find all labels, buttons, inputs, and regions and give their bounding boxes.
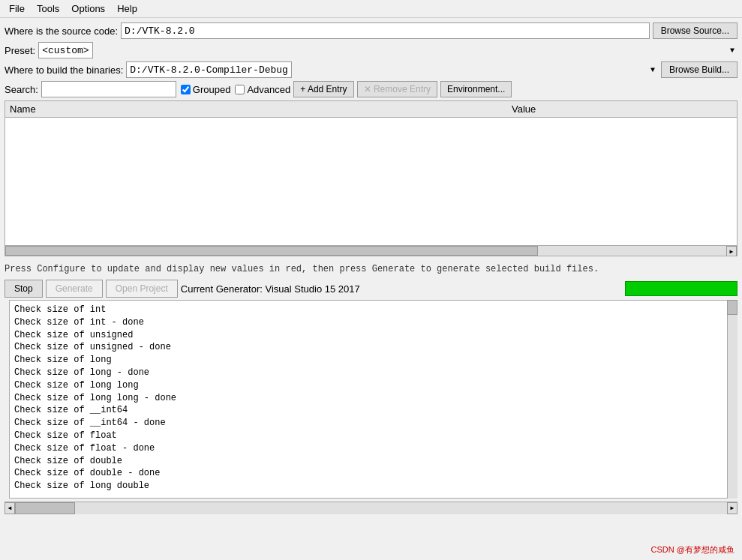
log-scroll-track: [15, 502, 727, 514]
menu-file[interactable]: File: [3, 1, 31, 16]
col-value-header: Value: [507, 103, 732, 115]
stop-button[interactable]: Stop: [5, 280, 43, 298]
advanced-checkbox[interactable]: [235, 85, 245, 94]
advanced-label: Advanced: [247, 84, 290, 95]
binary-select-wrapper: D:/VTK-8.2.0-Compiler-Debug: [126, 61, 658, 78]
info-bar: Press Configure to update and display ne…: [0, 261, 742, 277]
source-input[interactable]: [121, 22, 650, 39]
log-line: Check size of double - done: [14, 467, 719, 480]
search-input[interactable]: [41, 81, 176, 97]
advanced-checkbox-label[interactable]: Advanced: [235, 84, 290, 95]
search-label: Search:: [5, 84, 38, 95]
grouped-checkbox[interactable]: [181, 85, 191, 94]
binary-row: Where to build the binaries: D:/VTK-8.2.…: [5, 61, 737, 78]
progress-bar: [625, 281, 737, 296]
binary-label: Where to build the binaries:: [5, 64, 123, 76]
log-vertical-scrollbar[interactable]: [727, 300, 737, 499]
log-line: Check size of long - done: [14, 367, 719, 379]
main-content: Where is the source code: Browse Source.…: [0, 18, 742, 261]
log-area[interactable]: Check size of intCheck size of int - don…: [9, 300, 733, 499]
log-line: Check size of double: [14, 455, 719, 468]
table-body: [5, 118, 737, 245]
log-scroll-left[interactable]: ◀: [5, 502, 15, 514]
table-header: Name Value: [5, 101, 737, 118]
scrollbar-thumb[interactable]: [5, 246, 538, 256]
log-wrapper: Check size of intCheck size of int - don…: [5, 300, 737, 499]
browse-build-button[interactable]: Browse Build...: [661, 61, 737, 78]
source-label: Where is the source code:: [5, 25, 118, 37]
log-line: Check size of long double: [14, 480, 719, 493]
log-scrollbar-thumb[interactable]: [727, 300, 737, 315]
log-scroll-thumb[interactable]: [15, 502, 75, 514]
generate-button[interactable]: Generate: [46, 280, 103, 298]
menu-tools[interactable]: Tools: [31, 1, 65, 16]
menu-options[interactable]: Options: [65, 1, 111, 16]
source-row: Where is the source code: Browse Source.…: [5, 22, 737, 39]
horizontal-scrollbar[interactable]: ▶: [5, 245, 737, 256]
log-line: Check size of unsigned - done: [14, 341, 719, 354]
toolbar-row: Search: Grouped Advanced + Add Entry ✕ R…: [5, 81, 737, 97]
log-line: Check size of int: [14, 304, 719, 316]
preset-label: Preset:: [5, 45, 35, 56]
remove-entry-button[interactable]: ✕ Remove Entry: [357, 81, 437, 97]
binary-select[interactable]: D:/VTK-8.2.0-Compiler-Debug: [126, 61, 292, 78]
watermark: CSDN @有梦想的咸鱼: [651, 544, 734, 556]
log-line: Check size of __int64: [14, 404, 719, 417]
preset-row: Preset: <custom>: [5, 42, 737, 58]
generator-text: Current Generator: Visual Studio 15 2017: [181, 283, 622, 295]
grouped-checkbox-label[interactable]: Grouped: [181, 84, 231, 95]
log-line: Check size of long: [14, 354, 719, 367]
grouped-label: Grouped: [193, 84, 231, 95]
environment-button[interactable]: Environment...: [440, 81, 512, 97]
log-line: Check size of __int64 - done: [14, 417, 719, 430]
menu-help[interactable]: Help: [111, 1, 143, 16]
log-line: Check size of long long: [14, 379, 719, 392]
log-line: Check size of float: [14, 430, 719, 442]
log-line: Check size of unsigned: [14, 329, 719, 342]
log-line: Check size of float - done: [14, 442, 719, 455]
action-row: Stop Generate Open Project Current Gener…: [0, 277, 742, 300]
open-project-button[interactable]: Open Project: [106, 280, 178, 298]
preset-select-wrapper: <custom>: [38, 42, 737, 58]
scroll-right-arrow[interactable]: ▶: [726, 246, 737, 256]
log-line: Check size of int - done: [14, 316, 719, 329]
table-container: Name Value ▶: [5, 100, 737, 256]
log-scroll-right[interactable]: ▶: [727, 502, 737, 514]
log-horizontal-scrollbar[interactable]: ◀ ▶: [5, 502, 737, 514]
browse-source-button[interactable]: Browse Source...: [653, 22, 737, 39]
menu-bar: File Tools Options Help: [0, 0, 742, 18]
preset-select[interactable]: <custom>: [38, 42, 93, 58]
log-line: Check size of long long - done: [14, 392, 719, 405]
col-name-header: Name: [10, 103, 507, 115]
add-entry-button[interactable]: + Add Entry: [293, 81, 353, 97]
